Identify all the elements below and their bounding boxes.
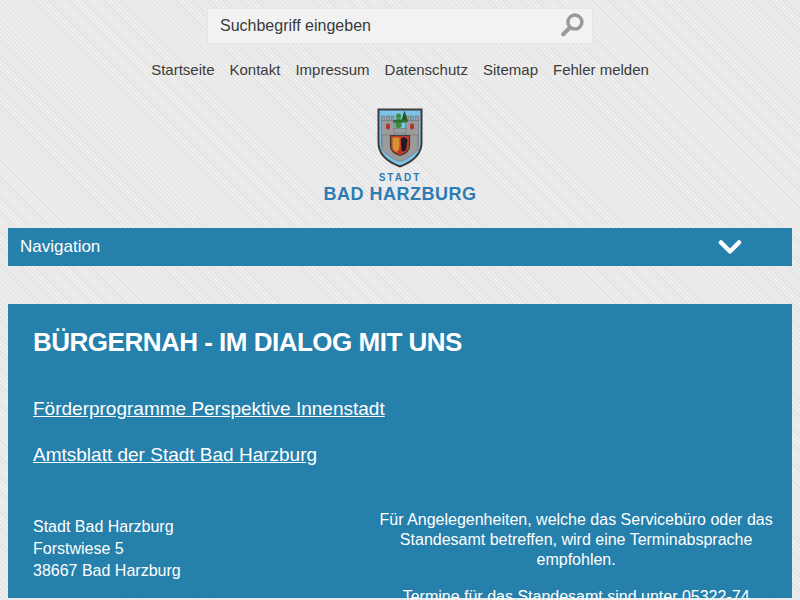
address-line-3: 38667 Bad Harzburg: [33, 560, 375, 582]
search-row: [0, 0, 800, 44]
main-content-panel: BÜRGERNAH - IM DIALOG MIT UNS Förderprog…: [8, 304, 792, 598]
link-foerderprogramme[interactable]: Förderprogramme Perspektive Innenstadt: [33, 398, 385, 420]
navigation-label: Navigation: [20, 237, 100, 257]
search-button[interactable]: [555, 11, 589, 41]
search-input[interactable]: [207, 8, 593, 44]
logo-stadt-label: STADT: [0, 172, 800, 183]
coat-of-arms-icon: [377, 108, 423, 168]
address-line-2: Forstwiese 5: [33, 538, 375, 560]
notice-block: Für Angelegenheiten, welche das Serviceb…: [375, 510, 777, 600]
quicklink-startseite[interactable]: Startseite: [151, 61, 214, 78]
address-block: Stadt Bad Harzburg Forstwiese 5 38667 Ba…: [33, 510, 375, 600]
logo-city-label: BAD HARZBURG: [0, 184, 800, 205]
address-line-1: Stadt Bad Harzburg: [33, 516, 375, 538]
quicklink-impressum[interactable]: Impressum: [295, 61, 369, 78]
quicklink-fehler-melden[interactable]: Fehler melden: [553, 61, 649, 78]
chevron-down-icon[interactable]: [718, 240, 742, 255]
footer-info-row: Stadt Bad Harzburg Forstwiese 5 38667 Ba…: [33, 510, 777, 600]
quicklinks-nav: Startseite Kontakt Impressum Datenschutz…: [0, 61, 800, 78]
notice-appointment-text: Termine für das Standesamt sind unter 05…: [375, 587, 777, 600]
search-icon: [558, 27, 586, 42]
search-form: [207, 8, 593, 44]
link-amtsblatt[interactable]: Amtsblatt der Stadt Bad Harzburg: [33, 444, 317, 466]
quicklink-sitemap[interactable]: Sitemap: [483, 61, 538, 78]
site-logo[interactable]: STADT BAD HARZBURG: [0, 108, 800, 205]
navigation-toggle-bar[interactable]: Navigation: [8, 228, 792, 266]
notice-text: Für Angelegenheiten, welche das Serviceb…: [375, 510, 777, 570]
page-title: BÜRGERNAH - IM DIALOG MIT UNS: [33, 304, 777, 357]
quicklink-kontakt[interactable]: Kontakt: [230, 61, 281, 78]
quicklink-datenschutz[interactable]: Datenschutz: [385, 61, 468, 78]
